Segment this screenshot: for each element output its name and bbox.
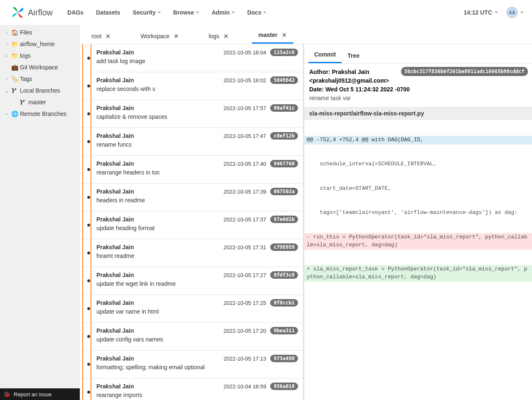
- commit-message: rename task var: [309, 94, 527, 103]
- commit-date: 2022-10-05 17:47: [224, 133, 266, 139]
- commit-row[interactable]: Prakshal Jain2022-10-05 17:5700af41ccapi…: [80, 100, 303, 128]
- sidebar-item-local-branches[interactable]: ⌄ Local Branches: [0, 85, 80, 96]
- commit-message: rearrange imports: [96, 392, 298, 398]
- commit-author: Prakshal Jain: [96, 49, 219, 56]
- commit-graph-gutter: [80, 44, 96, 72]
- commit-graph-gutter: [80, 72, 96, 100]
- commit-row[interactable]: Prakshal Jain2022-10-05 18:04115a2c6add …: [80, 44, 303, 72]
- sidebar-item-logs[interactable]: › 📁 logs: [0, 50, 80, 61]
- report-issue-button[interactable]: 🐞 Report an issue: [0, 388, 80, 400]
- nav-admin[interactable]: Admin: [212, 9, 235, 16]
- commit-graph-gutter: [80, 184, 96, 211]
- diff-file-header[interactable]: sla-miss-report/airflow-sla-miss-report.…: [304, 107, 532, 120]
- commit-node-icon: [87, 57, 90, 60]
- breadcrumb-tab-root[interactable]: root ✕: [85, 28, 117, 44]
- file-tree-sidebar: › 🏠 Files › 📁 airflow_home › 📁 logs 💼 Gi…: [0, 25, 80, 400]
- commit-author: Prakshal Jain: [96, 244, 219, 250]
- sidebar-item-airflow-home[interactable]: › 📁 airflow_home: [0, 38, 80, 50]
- commit-date: 2022-10-05 17:25: [224, 300, 266, 306]
- sidebar-item-tags[interactable]: › 🏷️ Tags: [0, 73, 80, 85]
- commit-author: Prakshal Jain: [96, 383, 219, 390]
- commit-row[interactable]: Prakshal Jain2022-10-04 18:59856a018rear…: [80, 378, 303, 400]
- commit-node-icon: [87, 85, 90, 88]
- nav-docs[interactable]: Docs: [247, 9, 266, 16]
- airflow-pinwheel-icon: [10, 5, 25, 20]
- commit-date: 2022-10-05 18:02: [224, 77, 266, 83]
- breadcrumb-tab-master[interactable]: master ✕: [252, 27, 293, 44]
- commit-date: 2022-10-05 17:57: [224, 105, 266, 111]
- sidebar-item-git-workspace[interactable]: 💼 Git Workspace: [0, 61, 80, 73]
- tab-label: root: [91, 33, 101, 39]
- commit-row[interactable]: Prakshal Jain2022-10-05 17:209bea311upda…: [80, 323, 303, 351]
- commit-graph-gutter: [80, 351, 96, 378]
- diff-tabs: Commit Tree: [304, 44, 532, 64]
- commit-author: Prakshal Jain: [96, 105, 219, 111]
- commit-row[interactable]: Prakshal Jain2022-10-05 17:409467760rear…: [80, 156, 303, 184]
- close-icon[interactable]: ✕: [282, 32, 287, 38]
- diff-line-removed: - run_this = PythonOperator(task_id="sla…: [304, 233, 532, 250]
- branch-icon: [19, 99, 27, 105]
- chevron-right-icon: ›: [4, 54, 9, 58]
- commit-date: 2022-10-05 17:27: [224, 272, 266, 278]
- breadcrumb-tab-workspace[interactable]: Workspace ✕: [134, 28, 185, 44]
- commit-node-icon: [87, 363, 90, 366]
- nav-datasets[interactable]: Datasets: [96, 9, 120, 16]
- server-time[interactable]: 14:12 UTC: [464, 9, 498, 16]
- commit-graph-gutter: [80, 323, 96, 350]
- nav-security[interactable]: Security: [133, 9, 160, 16]
- commit-row[interactable]: Prakshal Jain2022-10-05 17:250f8ccb1upda…: [80, 295, 303, 323]
- commit-full-hash: 56cbc317f836b6f201be8911adc16665b98cddcf: [401, 67, 528, 76]
- folder-icon: 📁: [11, 52, 18, 59]
- commit-date: 2022-10-05 17:39: [224, 189, 266, 195]
- commit-hash-badge: c8ef12b: [270, 132, 298, 140]
- sidebar-item-label: logs: [20, 52, 31, 59]
- tab-label: logs: [209, 33, 219, 39]
- commit-hash-badge: 00af41c: [270, 104, 298, 112]
- commit-node-icon: [87, 113, 90, 115]
- commit-date: 2022-10-05 17:13: [224, 356, 266, 362]
- commit-hash-badge: 9bea311: [270, 327, 298, 334]
- nav-dags[interactable]: DAGs: [67, 9, 84, 16]
- commit-node-icon: [87, 391, 90, 394]
- user-avatar[interactable]: AA: [506, 7, 518, 18]
- chevron-right-icon: ›: [4, 77, 9, 81]
- close-icon[interactable]: ✕: [224, 33, 229, 39]
- commit-date: 2022-10-05 17:20: [224, 328, 266, 334]
- commit-graph-gutter: [80, 267, 96, 294]
- nav-items: DAGs Datasets Security Browse Admin Docs: [67, 9, 266, 16]
- commit-message: update heading format: [96, 225, 298, 231]
- commit-row[interactable]: Prakshal Jain2022-10-05 18:025049842repl…: [80, 72, 303, 100]
- commit-node-icon: [87, 252, 90, 255]
- nav-browse[interactable]: Browse: [173, 9, 200, 16]
- brand-logo[interactable]: Airflow: [10, 5, 53, 20]
- sidebar-item-label: Git Workspace: [20, 64, 58, 71]
- commit-row[interactable]: Prakshal Jain2022-10-05 17:39067502ahead…: [80, 184, 303, 211]
- close-icon[interactable]: ✕: [174, 33, 179, 39]
- commit-row[interactable]: Prakshal Jain2022-10-05 17:31c798959fora…: [80, 239, 303, 267]
- sidebar-item-branch-master[interactable]: master: [0, 96, 80, 108]
- commit-hash-badge: c798959: [270, 243, 298, 251]
- diff-tab-tree[interactable]: Tree: [342, 47, 365, 63]
- diff-tab-commit[interactable]: Commit: [308, 46, 342, 63]
- sidebar-item-remote-branches[interactable]: › 🌐 Remote Branches: [0, 108, 80, 120]
- commit-row[interactable]: Prakshal Jain2022-10-05 17:47c8ef12brena…: [80, 128, 303, 156]
- close-icon[interactable]: ✕: [106, 33, 111, 39]
- sidebar-item-label: Remote Branches: [20, 110, 66, 117]
- commit-graph-gutter: [80, 295, 96, 322]
- tab-label: master: [259, 32, 278, 38]
- sidebar-item-files[interactable]: › 🏠 Files: [0, 27, 80, 38]
- diff-panel: Commit Tree 56cbc317f836b6f201be8911adc1…: [304, 44, 532, 400]
- commit-date: 2022-10-05 17:31: [224, 244, 266, 250]
- commit-row[interactable]: Prakshal Jain2022-10-05 17:13973a498form…: [80, 351, 303, 378]
- commit-row[interactable]: Prakshal Jain2022-10-05 17:278fdf3c8upda…: [80, 267, 303, 295]
- chevron-right-icon: ›: [4, 30, 9, 35]
- commit-hash-badge: 9467760: [270, 160, 298, 167]
- breadcrumb-tab-logs[interactable]: logs ✕: [202, 28, 235, 44]
- diff-line-context: start_date=START_DATE,: [304, 184, 532, 193]
- commit-row[interactable]: Prakshal Jain2022-10-05 17:3797e0d1bupda…: [80, 211, 303, 239]
- commit-node-icon: [87, 280, 90, 282]
- commit-author: Prakshal Jain: [96, 355, 219, 362]
- sidebar-item-label: Local Branches: [20, 87, 60, 94]
- commit-node-icon: [87, 196, 90, 199]
- commit-list[interactable]: Prakshal Jain2022-10-05 18:04115a2c6add …: [80, 44, 304, 400]
